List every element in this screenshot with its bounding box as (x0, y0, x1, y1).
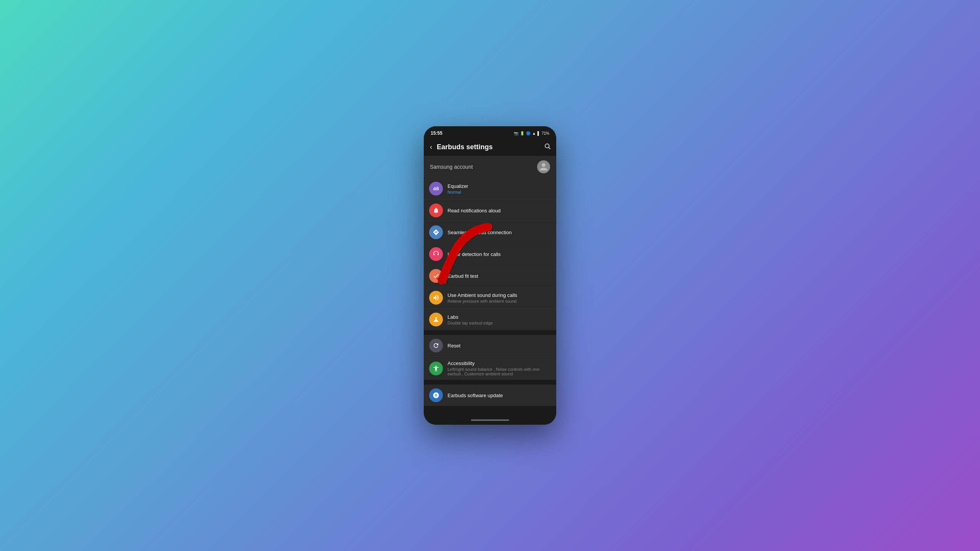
seamless-connection-icon (429, 225, 443, 239)
in-ear-detection-text: In-ear detection for calls (448, 251, 551, 257)
header: ‹ Earbuds settings (424, 139, 556, 156)
main-settings-section: Equalizer Normal Read notifications alou… (424, 178, 556, 330)
accessibility-text: Accessibility Left/right sound balance ,… (448, 360, 551, 376)
accessibility-item[interactable]: Accessibility Left/right sound balance ,… (424, 357, 556, 380)
software-update-icon (429, 388, 443, 402)
read-notifications-item[interactable]: Read notifications aloud (424, 200, 556, 222)
ambient-sound-calls-text: Use Ambient sound during calls Relieve p… (448, 292, 551, 303)
labs-subtitle: Double tap earbud edge (448, 321, 551, 325)
in-ear-detection-icon (429, 247, 443, 261)
read-notifications-text: Read notifications aloud (448, 208, 551, 214)
battery-percent: 71% (542, 131, 549, 135)
labs-title: Labs (448, 314, 551, 320)
accessibility-subtitle: Left/right sound balance , Noise control… (448, 367, 551, 376)
seamless-connection-item[interactable]: Seamless earbud connection (424, 222, 556, 243)
seamless-connection-text: Seamless earbud connection (448, 230, 551, 235)
labs-icon (429, 313, 443, 326)
wifi-icon: ▲ (532, 131, 536, 135)
svg-rect-4 (434, 187, 435, 191)
in-ear-detection-title: In-ear detection for calls (448, 251, 551, 257)
update-section: Earbuds software update (424, 385, 556, 406)
equalizer-icon (429, 182, 443, 196)
secondary-settings-section: Reset Accessibility Left/right sound bal… (424, 335, 556, 380)
reset-text: Reset (448, 343, 551, 349)
section-gap-2 (424, 381, 556, 385)
reset-item[interactable]: Reset (424, 335, 556, 357)
page-title: Earbuds settings (437, 143, 540, 151)
status-bar: 15:55 📷 🔋 🔵 ▲ ▌ 71% (424, 126, 556, 139)
earbud-fit-test-title: Earbud fit test (448, 273, 551, 279)
earbud-fit-test-text: Earbud fit test (448, 273, 551, 279)
earbud-fit-test-item[interactable]: Earbud fit test (424, 265, 556, 287)
seamless-connection-title: Seamless earbud connection (448, 230, 551, 235)
account-avatar (537, 160, 550, 173)
nav-bar (424, 416, 556, 425)
reset-title: Reset (448, 343, 551, 349)
equalizer-title: Equalizer (448, 183, 551, 189)
account-label: Samsung account (430, 164, 473, 170)
bluetooth-icon: 🔵 (526, 131, 531, 135)
svg-rect-7 (438, 187, 439, 190)
earbud-fit-test-icon (429, 269, 443, 283)
software-update-text: Earbuds software update (448, 393, 551, 398)
accessibility-icon (429, 362, 443, 375)
svg-rect-3 (433, 188, 434, 191)
svg-line-1 (549, 147, 550, 149)
status-time: 15:55 (431, 130, 443, 136)
read-notifications-title: Read notifications aloud (448, 208, 551, 214)
signal-icon: ▌ (537, 131, 540, 135)
battery-icon: 🔋 (520, 131, 524, 135)
settings-list: Equalizer Normal Read notifications alou… (424, 178, 556, 416)
ambient-sound-calls-item[interactable]: Use Ambient sound during calls Relieve p… (424, 287, 556, 309)
back-button[interactable]: ‹ (429, 142, 433, 152)
ambient-sound-calls-title: Use Ambient sound during calls (448, 292, 551, 298)
labs-text: Labs Double tap earbud edge (448, 314, 551, 325)
in-ear-detection-item[interactable]: In-ear detection for calls (424, 243, 556, 265)
software-update-item[interactable]: Earbuds software update (424, 385, 556, 406)
read-notifications-icon (429, 204, 443, 217)
software-update-title: Earbuds software update (448, 393, 551, 398)
search-button[interactable] (544, 143, 551, 152)
equalizer-text: Equalizer Normal (448, 183, 551, 194)
status-icons: 📷 🔋 🔵 ▲ ▌ 71% (514, 131, 549, 135)
svg-rect-5 (436, 187, 436, 191)
reset-icon (429, 339, 443, 352)
labs-item[interactable]: Labs Double tap earbud edge (424, 309, 556, 330)
instagram-icon: 📷 (514, 131, 518, 135)
equalizer-item[interactable]: Equalizer Normal (424, 178, 556, 200)
svg-rect-6 (437, 186, 438, 191)
accessibility-title: Accessibility (448, 360, 551, 366)
equalizer-subtitle: Normal (448, 190, 551, 194)
phone-frame: 15:55 📷 🔋 🔵 ▲ ▌ 71% ‹ Earbuds settings S… (424, 126, 556, 425)
ambient-sound-calls-subtitle: Relieve pressure with ambient sound (448, 299, 551, 303)
samsung-account-row[interactable]: Samsung account (424, 156, 556, 178)
nav-indicator (471, 419, 509, 421)
section-gap-1 (424, 332, 556, 335)
ambient-sound-calls-icon (429, 291, 443, 305)
svg-point-0 (545, 144, 549, 148)
